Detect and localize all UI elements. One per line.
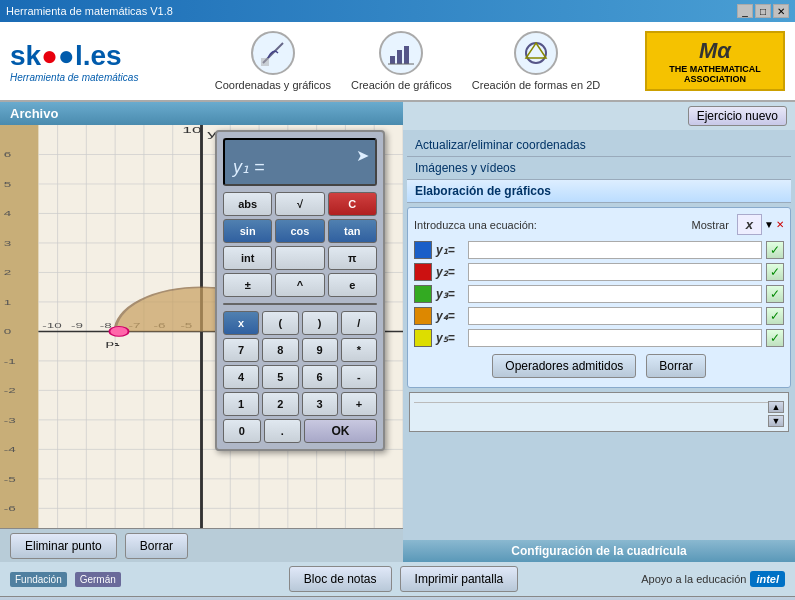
calc-pi-btn[interactable]: π — [328, 246, 377, 270]
calc-sin-btn[interactable]: sin — [223, 219, 272, 243]
scroll-arrows: ▲ ▼ — [768, 401, 784, 427]
close-button[interactable]: ✕ — [773, 4, 789, 18]
calc-lparen-btn[interactable]: ( — [262, 311, 298, 335]
svg-text:-9: -9 — [71, 322, 83, 330]
calc-mul-btn[interactable]: * — [341, 338, 377, 362]
calc-pow-btn[interactable]: ^ — [275, 273, 324, 297]
calc-dot-btn[interactable]: . — [264, 419, 302, 443]
x-dropdown[interactable]: ▼ — [764, 219, 774, 230]
calc-add-btn[interactable]: + — [341, 392, 377, 416]
calc-sub-btn[interactable]: - — [341, 365, 377, 389]
archivo-label: Archivo — [10, 106, 58, 121]
logo-area: sk●●l.es Herramienta de matemáticas — [10, 40, 170, 83]
calc-int-btn[interactable]: int — [223, 246, 272, 270]
y5-check[interactable]: ✓ — [766, 329, 784, 347]
eliminar-punto-button[interactable]: Eliminar punto — [10, 533, 117, 559]
x-input-area: x ▼ ✕ — [737, 214, 784, 235]
scroll-line — [414, 402, 784, 403]
y2-label: y₂= — [436, 265, 464, 279]
calc-div-btn[interactable]: / — [341, 311, 377, 335]
y2-color — [414, 263, 432, 281]
svg-text:4: 4 — [4, 210, 12, 218]
nav-creacion-graficos-label: Creación de gráficos — [351, 79, 452, 91]
svg-text:10: 10 — [182, 125, 202, 135]
calc-e-btn[interactable]: e — [328, 273, 377, 297]
calc-1-btn[interactable]: 1 — [223, 392, 259, 416]
math-assoc-symbol: Mα — [699, 38, 731, 64]
calc-x-btn[interactable]: x — [223, 311, 259, 335]
svg-point-58 — [109, 327, 128, 337]
calc-row-3: int π — [223, 246, 377, 270]
right-panel: Ejercicio nuevo Actualizar/eliminar coor… — [403, 102, 795, 562]
operadores-button[interactable]: Operadores admitidos — [492, 354, 636, 378]
window-title: Herramienta de matemáticas V1.8 — [6, 5, 173, 17]
nav-creacion-formas[interactable]: Creación de formas en 2D — [472, 31, 600, 91]
scroll-up-btn[interactable]: ▲ — [768, 401, 784, 413]
nav-creacion-graficos[interactable]: Creación de gráficos — [351, 31, 452, 91]
svg-text:-10: -10 — [42, 322, 61, 330]
calc-ok-btn[interactable]: OK — [304, 419, 377, 443]
y3-row: y₃= ✓ — [414, 285, 784, 303]
calc-row-9: 0 . OK — [223, 419, 377, 443]
y1-row: y₁= ✓ — [414, 241, 784, 259]
main-area: Archivo — [0, 102, 795, 562]
ejercicio-bar: Ejercicio nuevo — [403, 102, 795, 130]
calc-3-btn[interactable]: 3 — [302, 392, 338, 416]
calc-plusminus-btn[interactable]: ± — [223, 273, 272, 297]
svg-text:1: 1 — [4, 298, 12, 306]
y2-check[interactable]: ✓ — [766, 263, 784, 281]
minimize-button[interactable]: _ — [737, 4, 753, 18]
calc-0-btn[interactable]: 0 — [223, 419, 261, 443]
tag-fundacion: Fundación — [10, 572, 67, 587]
eq-header: Introduzca una ecuación: Mostrar x ▼ ✕ — [414, 214, 784, 235]
nav-coordenadas[interactable]: Coordenadas y gráficos — [215, 31, 331, 91]
menu-actualizar[interactable]: Actualizar/eliminar coordenadas — [407, 134, 791, 157]
svg-rect-1 — [261, 58, 269, 66]
math-association: Mα THE MATHEMATICAL ASSOCIATION — [645, 31, 785, 91]
bottom-bar: Fundación Germán Bloc de notas Imprimir … — [0, 562, 795, 596]
calc-tan-btn[interactable]: tan — [328, 219, 377, 243]
calc-9-btn[interactable]: 9 — [302, 338, 338, 362]
y5-input[interactable] — [468, 329, 762, 347]
y4-color — [414, 307, 432, 325]
eq-buttons: Operadores admitidos Borrar — [414, 351, 784, 381]
calc-rparen-btn[interactable]: ) — [302, 311, 338, 335]
calc-4-btn[interactable]: 4 — [223, 365, 259, 389]
calc-row-1: abs √ C — [223, 192, 377, 216]
left-bottom-bar: Eliminar punto Borrar — [0, 528, 403, 562]
ejercicio-nuevo-button[interactable]: Ejercicio nuevo — [688, 106, 787, 126]
calc-8-btn[interactable]: 8 — [262, 338, 298, 362]
borrar-eq-button[interactable]: Borrar — [646, 354, 705, 378]
svg-text:5: 5 — [4, 180, 12, 188]
calc-5-btn[interactable]: 5 — [262, 365, 298, 389]
y3-check[interactable]: ✓ — [766, 285, 784, 303]
y5-color — [414, 329, 432, 347]
y4-check[interactable]: ✓ — [766, 307, 784, 325]
calc-divider — [223, 303, 377, 305]
calc-abs-btn[interactable]: abs — [223, 192, 272, 216]
imprimir-button[interactable]: Imprimir pantalla — [400, 566, 519, 592]
calc-6-btn[interactable]: 6 — [302, 365, 338, 389]
svg-rect-3 — [397, 50, 402, 64]
y1-input[interactable] — [468, 241, 762, 259]
borrar-left-button[interactable]: Borrar — [125, 533, 188, 559]
calc-sqrt-btn[interactable]: √ — [275, 192, 324, 216]
y3-input[interactable] — [468, 285, 762, 303]
y1-check[interactable]: ✓ — [766, 241, 784, 259]
menu-imagenes[interactable]: Imágenes y vídeos — [407, 157, 791, 180]
y1-label: y₁= — [436, 243, 464, 257]
calc-clear-btn[interactable]: C — [328, 192, 377, 216]
x-close-btn[interactable]: ✕ — [776, 219, 784, 230]
calc-2-btn[interactable]: 2 — [262, 392, 298, 416]
bloc-notas-button[interactable]: Bloc de notas — [289, 566, 392, 592]
menu-elaboracion[interactable]: Elaboración de gráficos — [407, 180, 791, 203]
y2-input[interactable] — [468, 263, 762, 281]
config-bar: Configuración de la cuadrícula — [403, 540, 795, 562]
calc-buttons: abs √ C sin cos tan int π — [223, 192, 377, 443]
calc-7-btn[interactable]: 7 — [223, 338, 259, 362]
calc-arrow-icon[interactable]: ➤ — [356, 146, 369, 165]
calc-cos-btn[interactable]: cos — [275, 219, 324, 243]
scroll-down-btn[interactable]: ▼ — [768, 415, 784, 427]
maximize-button[interactable]: □ — [755, 4, 771, 18]
y4-input[interactable] — [468, 307, 762, 325]
